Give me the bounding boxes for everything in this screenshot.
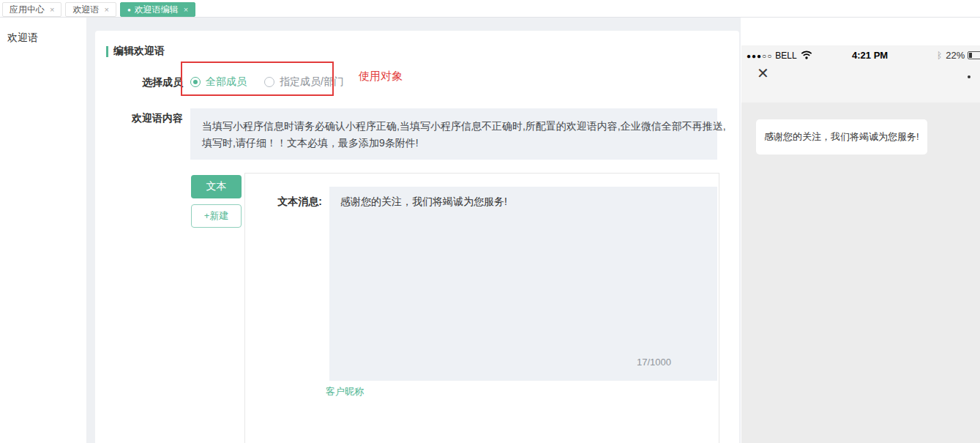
- edit-welcome-card: 编辑欢迎语 选择成员 全部成员 指定成员/部门 使用对象 欢迎语内容 当填写小程…: [95, 31, 739, 443]
- panel-border: [244, 173, 245, 443]
- notice-line-1: 当填写小程序信息时请务必确认小程序正确,当填写小程序信息不正确时,所配置的欢迎语…: [202, 118, 706, 135]
- customer-nickname-link[interactable]: 客户昵称: [326, 385, 364, 398]
- phone-chat-area: 感谢您的关注，我们将竭诚为您服务!: [741, 103, 980, 443]
- tab-close-icon[interactable]: ×: [104, 5, 108, 14]
- tab-label: 欢迎语编辑: [135, 4, 179, 16]
- wifi-icon: [801, 49, 812, 62]
- annotation-text: 使用对象: [359, 70, 403, 83]
- tab-close-icon[interactable]: ×: [50, 5, 54, 14]
- carrier-label: BELL: [775, 51, 796, 61]
- sidebar: 欢迎语: [0, 18, 86, 443]
- panel-border: [719, 173, 719, 443]
- tab-welcome[interactable]: 欢迎语 ×: [65, 2, 116, 17]
- annotation-highlight-box: [181, 62, 334, 96]
- close-icon: ✕: [757, 66, 769, 81]
- right-status-group: ᛒ 22%: [937, 50, 980, 61]
- page-title: 编辑欢迎语: [113, 45, 165, 58]
- section-accent-bar: [106, 46, 108, 57]
- notice-line-2: 填写时,请仔细！！文本必填，最多添加9条附件!: [202, 135, 706, 152]
- char-counter: 17/1000: [637, 357, 671, 368]
- active-dot-icon: ●: [127, 7, 131, 13]
- sidebar-item-welcome[interactable]: 欢迎语: [0, 18, 86, 45]
- text-message-label: 文本消息:: [234, 196, 322, 209]
- member-select-label: 选择成员: [95, 76, 183, 89]
- panel-border: [244, 173, 719, 174]
- chat-bubble: 感谢您的关注，我们将竭诚为您服务!: [756, 119, 927, 155]
- phone-status-bar: ●●●○○ BELL 4:21 PM ᛒ 22%: [741, 48, 980, 59]
- clock-label: 4:21 PM: [852, 50, 888, 61]
- menu-dot-icon: [968, 75, 970, 78]
- welcome-content-label: 欢迎语内容: [95, 112, 183, 125]
- signal-strength-icon: ●●●○○: [747, 52, 772, 60]
- message-textarea[interactable]: 感谢您的关注，我们将竭诚为您服务! 17/1000: [329, 187, 717, 381]
- tab-app-center[interactable]: 应用中心 ×: [2, 2, 61, 17]
- phone-preview: ●●●○○ BELL 4:21 PM ᛒ 22%: [741, 45, 980, 443]
- bluetooth-icon: ᛒ: [937, 51, 942, 61]
- battery-icon: [968, 51, 980, 59]
- message-text: 感谢您的关注，我们将竭诚为您服务!: [340, 196, 507, 207]
- tab-welcome-edit[interactable]: ● 欢迎语编辑 ×: [120, 2, 195, 17]
- battery-percent-label: 22%: [946, 50, 965, 61]
- phone-preview-column: ●●●○○ BELL 4:21 PM ᛒ 22%: [741, 18, 980, 443]
- signal-group: ●●●○○ BELL: [747, 49, 812, 62]
- main-content-background: 编辑欢迎语 选择成员 全部成员 指定成员/部门 使用对象 欢迎语内容 当填写小程…: [86, 18, 741, 443]
- section-header: 编辑欢迎语: [106, 45, 165, 58]
- tab-bar: 应用中心 × 欢迎语 × ● 欢迎语编辑 ×: [0, 0, 980, 18]
- tab-label: 欢迎语: [72, 4, 99, 16]
- phone-navbar: ●●●○○ BELL 4:21 PM ᛒ 22%: [741, 45, 980, 103]
- notice-box: 当填写小程序信息时请务必确认小程序正确,当填写小程序信息不正确时,所配置的欢迎语…: [190, 108, 717, 160]
- tab-label: 应用中心: [10, 4, 45, 16]
- tab-close-icon[interactable]: ×: [184, 5, 188, 14]
